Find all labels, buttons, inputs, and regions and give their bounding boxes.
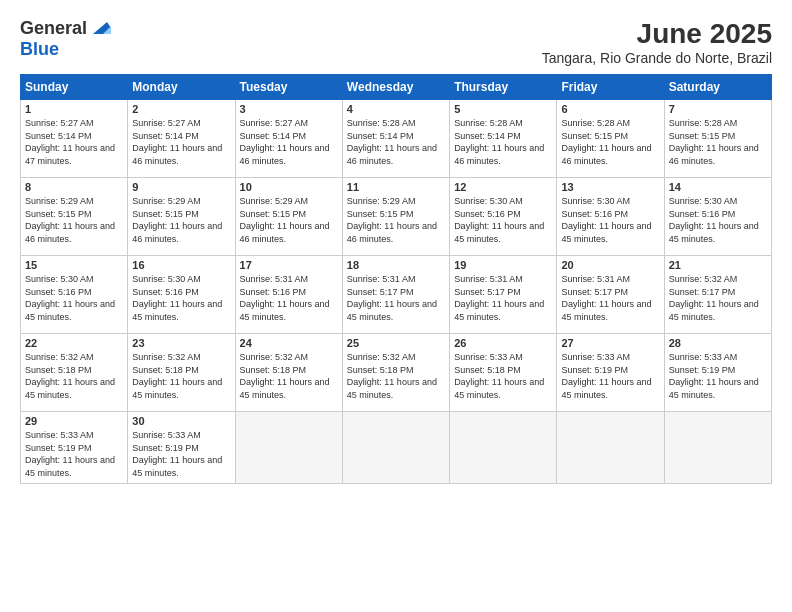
- day-info: Sunrise: 5:28 AMSunset: 5:14 PMDaylight:…: [347, 118, 437, 166]
- col-saturday: Saturday: [664, 75, 771, 100]
- table-row: 28 Sunrise: 5:33 AMSunset: 5:19 PMDaylig…: [664, 334, 771, 412]
- day-info: Sunrise: 5:30 AMSunset: 5:16 PMDaylight:…: [454, 196, 544, 244]
- table-row: 20 Sunrise: 5:31 AMSunset: 5:17 PMDaylig…: [557, 256, 664, 334]
- day-info: Sunrise: 5:30 AMSunset: 5:16 PMDaylight:…: [669, 196, 759, 244]
- day-number: 24: [240, 337, 338, 349]
- day-info: Sunrise: 5:29 AMSunset: 5:15 PMDaylight:…: [240, 196, 330, 244]
- table-row: 8 Sunrise: 5:29 AMSunset: 5:15 PMDayligh…: [21, 178, 128, 256]
- day-number: 10: [240, 181, 338, 193]
- table-row: 15 Sunrise: 5:30 AMSunset: 5:16 PMDaylig…: [21, 256, 128, 334]
- day-number: 14: [669, 181, 767, 193]
- day-number: 25: [347, 337, 445, 349]
- day-info: Sunrise: 5:31 AMSunset: 5:16 PMDaylight:…: [240, 274, 330, 322]
- day-number: 7: [669, 103, 767, 115]
- day-info: Sunrise: 5:32 AMSunset: 5:18 PMDaylight:…: [132, 352, 222, 400]
- day-info: Sunrise: 5:31 AMSunset: 5:17 PMDaylight:…: [561, 274, 651, 322]
- table-row: 11 Sunrise: 5:29 AMSunset: 5:15 PMDaylig…: [342, 178, 449, 256]
- calendar-header-row: Sunday Monday Tuesday Wednesday Thursday…: [21, 75, 772, 100]
- day-number: 21: [669, 259, 767, 271]
- table-row: 16 Sunrise: 5:30 AMSunset: 5:16 PMDaylig…: [128, 256, 235, 334]
- calendar-week-4: 22 Sunrise: 5:32 AMSunset: 5:18 PMDaylig…: [21, 334, 772, 412]
- day-number: 16: [132, 259, 230, 271]
- day-info: Sunrise: 5:32 AMSunset: 5:18 PMDaylight:…: [25, 352, 115, 400]
- col-tuesday: Tuesday: [235, 75, 342, 100]
- day-number: 8: [25, 181, 123, 193]
- day-number: 23: [132, 337, 230, 349]
- calendar-week-1: 1 Sunrise: 5:27 AMSunset: 5:14 PMDayligh…: [21, 100, 772, 178]
- day-info: Sunrise: 5:33 AMSunset: 5:19 PMDaylight:…: [669, 352, 759, 400]
- table-row: [557, 412, 664, 484]
- table-row: 4 Sunrise: 5:28 AMSunset: 5:14 PMDayligh…: [342, 100, 449, 178]
- calendar-week-2: 8 Sunrise: 5:29 AMSunset: 5:15 PMDayligh…: [21, 178, 772, 256]
- table-row: 2 Sunrise: 5:27 AMSunset: 5:14 PMDayligh…: [128, 100, 235, 178]
- day-info: Sunrise: 5:32 AMSunset: 5:18 PMDaylight:…: [240, 352, 330, 400]
- table-row: 25 Sunrise: 5:32 AMSunset: 5:18 PMDaylig…: [342, 334, 449, 412]
- table-row: [235, 412, 342, 484]
- day-info: Sunrise: 5:29 AMSunset: 5:15 PMDaylight:…: [347, 196, 437, 244]
- table-row: 29 Sunrise: 5:33 AMSunset: 5:19 PMDaylig…: [21, 412, 128, 484]
- col-monday: Monday: [128, 75, 235, 100]
- table-row: 30 Sunrise: 5:33 AMSunset: 5:19 PMDaylig…: [128, 412, 235, 484]
- day-info: Sunrise: 5:28 AMSunset: 5:15 PMDaylight:…: [561, 118, 651, 166]
- day-info: Sunrise: 5:33 AMSunset: 5:19 PMDaylight:…: [132, 430, 222, 478]
- table-row: 26 Sunrise: 5:33 AMSunset: 5:18 PMDaylig…: [450, 334, 557, 412]
- col-wednesday: Wednesday: [342, 75, 449, 100]
- day-number: 2: [132, 103, 230, 115]
- day-number: 13: [561, 181, 659, 193]
- day-number: 20: [561, 259, 659, 271]
- table-row: [450, 412, 557, 484]
- table-row: 12 Sunrise: 5:30 AMSunset: 5:16 PMDaylig…: [450, 178, 557, 256]
- table-row: 9 Sunrise: 5:29 AMSunset: 5:15 PMDayligh…: [128, 178, 235, 256]
- day-number: 5: [454, 103, 552, 115]
- day-number: 27: [561, 337, 659, 349]
- day-info: Sunrise: 5:30 AMSunset: 5:16 PMDaylight:…: [561, 196, 651, 244]
- table-row: 21 Sunrise: 5:32 AMSunset: 5:17 PMDaylig…: [664, 256, 771, 334]
- title-block: June 2025 Tangara, Rio Grande do Norte, …: [542, 18, 772, 66]
- day-info: Sunrise: 5:28 AMSunset: 5:14 PMDaylight:…: [454, 118, 544, 166]
- location: Tangara, Rio Grande do Norte, Brazil: [542, 50, 772, 66]
- table-row: 3 Sunrise: 5:27 AMSunset: 5:14 PMDayligh…: [235, 100, 342, 178]
- day-info: Sunrise: 5:31 AMSunset: 5:17 PMDaylight:…: [454, 274, 544, 322]
- day-info: Sunrise: 5:33 AMSunset: 5:18 PMDaylight:…: [454, 352, 544, 400]
- table-row: 1 Sunrise: 5:27 AMSunset: 5:14 PMDayligh…: [21, 100, 128, 178]
- day-number: 11: [347, 181, 445, 193]
- col-friday: Friday: [557, 75, 664, 100]
- day-info: Sunrise: 5:27 AMSunset: 5:14 PMDaylight:…: [240, 118, 330, 166]
- table-row: 10 Sunrise: 5:29 AMSunset: 5:15 PMDaylig…: [235, 178, 342, 256]
- table-row: 7 Sunrise: 5:28 AMSunset: 5:15 PMDayligh…: [664, 100, 771, 178]
- day-number: 30: [132, 415, 230, 427]
- table-row: 24 Sunrise: 5:32 AMSunset: 5:18 PMDaylig…: [235, 334, 342, 412]
- day-number: 12: [454, 181, 552, 193]
- month-title: June 2025: [542, 18, 772, 50]
- day-number: 19: [454, 259, 552, 271]
- day-number: 26: [454, 337, 552, 349]
- table-row: [664, 412, 771, 484]
- logo-blue-text: Blue: [20, 39, 59, 60]
- day-number: 29: [25, 415, 123, 427]
- table-row: 13 Sunrise: 5:30 AMSunset: 5:16 PMDaylig…: [557, 178, 664, 256]
- calendar-week-5: 29 Sunrise: 5:33 AMSunset: 5:19 PMDaylig…: [21, 412, 772, 484]
- day-info: Sunrise: 5:30 AMSunset: 5:16 PMDaylight:…: [25, 274, 115, 322]
- table-row: 6 Sunrise: 5:28 AMSunset: 5:15 PMDayligh…: [557, 100, 664, 178]
- logo-icon: [89, 18, 111, 36]
- col-sunday: Sunday: [21, 75, 128, 100]
- day-number: 4: [347, 103, 445, 115]
- day-info: Sunrise: 5:29 AMSunset: 5:15 PMDaylight:…: [25, 196, 115, 244]
- day-info: Sunrise: 5:27 AMSunset: 5:14 PMDaylight:…: [25, 118, 115, 166]
- day-number: 6: [561, 103, 659, 115]
- day-info: Sunrise: 5:32 AMSunset: 5:17 PMDaylight:…: [669, 274, 759, 322]
- day-info: Sunrise: 5:27 AMSunset: 5:14 PMDaylight:…: [132, 118, 222, 166]
- day-info: Sunrise: 5:33 AMSunset: 5:19 PMDaylight:…: [25, 430, 115, 478]
- page: General Blue June 2025 Tangara, Rio Gran…: [0, 0, 792, 612]
- col-thursday: Thursday: [450, 75, 557, 100]
- day-number: 3: [240, 103, 338, 115]
- table-row: 27 Sunrise: 5:33 AMSunset: 5:19 PMDaylig…: [557, 334, 664, 412]
- day-number: 9: [132, 181, 230, 193]
- day-number: 28: [669, 337, 767, 349]
- day-number: 18: [347, 259, 445, 271]
- table-row: 23 Sunrise: 5:32 AMSunset: 5:18 PMDaylig…: [128, 334, 235, 412]
- logo-general-text: General: [20, 18, 87, 39]
- header: General Blue June 2025 Tangara, Rio Gran…: [20, 18, 772, 66]
- day-number: 15: [25, 259, 123, 271]
- table-row: 17 Sunrise: 5:31 AMSunset: 5:16 PMDaylig…: [235, 256, 342, 334]
